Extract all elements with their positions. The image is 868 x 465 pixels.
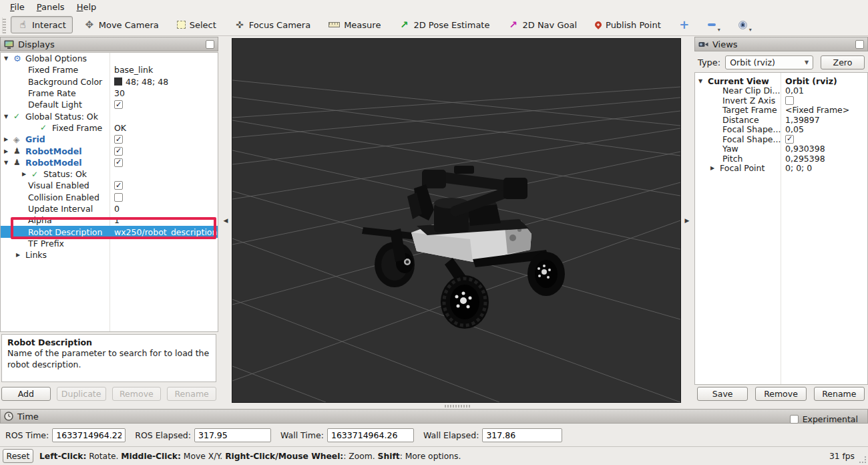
expand-arrow-icon[interactable]: ▶ bbox=[710, 165, 720, 171]
collapse-arrow-icon[interactable]: ▼ bbox=[4, 55, 13, 61]
property-value[interactable]: 0,01 bbox=[785, 86, 804, 96]
tree-row-current-view[interactable]: ▼Current ViewOrbit (rviz) bbox=[695, 76, 867, 86]
tree-row-robot-model-1[interactable]: ▶♟RobotModel bbox=[1, 145, 218, 156]
property-value[interactable]: 30 bbox=[114, 88, 125, 98]
tree-row-fixed-frame[interactable]: Fixed Framebase_link bbox=[1, 64, 218, 75]
views-panel-checkbox[interactable] bbox=[855, 40, 864, 49]
tree-row-distance[interactable]: Distance1,39897 bbox=[695, 115, 867, 125]
ros-time-input[interactable] bbox=[52, 428, 126, 442]
expand-arrow-icon[interactable]: ▶ bbox=[4, 136, 13, 142]
tree-row-status-ok[interactable]: ▶✓Status: Ok bbox=[1, 168, 218, 180]
publish-point-tool-button[interactable]: Publish Point bbox=[588, 16, 668, 33]
wall-elapsed-field: Wall Elapsed: bbox=[423, 428, 562, 442]
add-tool-button[interactable]: + bbox=[672, 16, 696, 33]
tree-row-background-color[interactable]: Background Color48; 48; 48 bbox=[1, 76, 218, 88]
property-value[interactable]: base_link bbox=[114, 65, 153, 75]
property-value[interactable]: <Fixed Frame> bbox=[785, 105, 849, 115]
arrow-magenta-icon: ↗ bbox=[507, 19, 518, 30]
property-value[interactable]: Orbit (rviz) bbox=[785, 76, 837, 86]
remove-tool-button[interactable]: ▾ bbox=[701, 16, 727, 33]
checkbox[interactable] bbox=[114, 181, 123, 190]
checkbox[interactable] bbox=[785, 135, 794, 144]
2d-pose-estimate-tool-button[interactable]: ↗2D Pose Estimate bbox=[392, 16, 496, 33]
right-panel-collapse-handle[interactable]: ▶ bbox=[682, 209, 692, 232]
add-button[interactable]: Add bbox=[1, 387, 51, 401]
tree-row-global-options[interactable]: ▼⚙Global Options bbox=[1, 53, 218, 64]
tree-row-visual-enabled[interactable]: Visual Enabled bbox=[1, 180, 218, 191]
checkbox[interactable] bbox=[114, 193, 123, 202]
save-button[interactable]: Save bbox=[697, 387, 748, 401]
property-value[interactable]: 1 bbox=[114, 215, 120, 225]
property-value[interactable]: 48; 48; 48 bbox=[126, 77, 168, 87]
3d-viewport[interactable] bbox=[232, 38, 681, 403]
menu-panels[interactable]: Panels bbox=[31, 1, 71, 13]
tree-row-invert-z-axis[interactable]: Invert Z Axis bbox=[695, 96, 867, 106]
tree-row-focal-shape-fixed[interactable]: Focal Shape... bbox=[695, 134, 867, 144]
window-resize-grip[interactable] bbox=[859, 456, 867, 464]
tree-row-pitch[interactable]: Pitch0,295398 bbox=[695, 154, 867, 164]
left-panel-collapse-handle[interactable]: ◀ bbox=[221, 209, 230, 232]
expand-arrow-icon[interactable]: ▶ bbox=[16, 252, 25, 258]
menu-help[interactable]: Help bbox=[71, 1, 103, 13]
collapse-arrow-icon[interactable]: ▼ bbox=[4, 114, 13, 120]
checkbox[interactable] bbox=[114, 147, 123, 156]
tree-row-robot-description[interactable]: Robot Descriptionwx250/robot_description bbox=[1, 226, 218, 237]
tree-row-near-clip-distance[interactable]: Near Clip Di...0,01 bbox=[695, 86, 867, 96]
rename-button[interactable]: Rename bbox=[814, 387, 865, 401]
measure-tool-button[interactable]: Measure bbox=[322, 16, 387, 33]
property-value[interactable]: 0; 0; 0 bbox=[785, 163, 812, 173]
displays-panel-checkbox[interactable] bbox=[206, 40, 214, 49]
checkbox[interactable] bbox=[114, 100, 123, 109]
tree-row-yaw[interactable]: Yaw0,930398 bbox=[695, 144, 867, 154]
view-type-dropdown[interactable]: Orbit (rviz) ▼ bbox=[725, 55, 813, 69]
2d-nav-goal-tool-button[interactable]: ↗2D Nav Goal bbox=[501, 16, 584, 33]
tree-row-default-light[interactable]: Default Light bbox=[1, 99, 218, 110]
tree-row-robot-model-2[interactable]: ▼♟RobotModel bbox=[1, 157, 218, 168]
collapse-arrow-icon[interactable]: ▼ bbox=[698, 78, 708, 84]
property-value[interactable]: 0,295398 bbox=[785, 154, 825, 164]
property-value[interactable]: 0,05 bbox=[785, 124, 804, 134]
checkbox[interactable] bbox=[114, 158, 123, 167]
toolbar-drag-handle[interactable] bbox=[2, 17, 6, 33]
tree-row-links[interactable]: ▶Links bbox=[1, 249, 218, 261]
collapse-arrow-icon[interactable]: ▼ bbox=[4, 160, 13, 166]
move-camera-tool-button[interactable]: ✥Move Camera bbox=[77, 16, 166, 33]
checkbox[interactable] bbox=[785, 96, 794, 105]
property-value[interactable]: wx250/robot_description bbox=[114, 227, 217, 237]
property-value[interactable]: 1,39897 bbox=[785, 115, 820, 125]
help-segment: : Zoom. bbox=[343, 452, 377, 461]
tree-row-collision-enabled[interactable]: Collision Enabled bbox=[1, 192, 218, 203]
property-value[interactable]: 0 bbox=[114, 204, 120, 214]
menu-file[interactable]: File bbox=[4, 1, 31, 13]
select-tool-button[interactable]: Select bbox=[170, 16, 223, 33]
interact-tool-button[interactable]: ☝Interact bbox=[11, 16, 73, 33]
tree-row-focal-point[interactable]: ▶Focal Point0; 0; 0 bbox=[695, 164, 867, 174]
tree-row-update-interval[interactable]: Update Interval0 bbox=[1, 203, 218, 214]
duplicate-button: Duplicate bbox=[57, 387, 106, 401]
property-value[interactable]: OK bbox=[114, 123, 126, 133]
tree-row-fixed-frame-status[interactable]: ✓Fixed FrameOK bbox=[1, 122, 218, 134]
focus-camera-tool-button[interactable]: ✜Focus Camera bbox=[228, 16, 317, 33]
tool-visibility-button[interactable]: ▾ bbox=[732, 16, 758, 33]
ros-elapsed-label: ROS Elapsed: bbox=[135, 430, 191, 440]
zero-button[interactable]: Zero bbox=[821, 55, 865, 69]
tree-row-alpha[interactable]: Alpha1 bbox=[1, 214, 218, 226]
expand-arrow-icon[interactable]: ▶ bbox=[4, 148, 13, 154]
tree-row-grid[interactable]: ▶◈Grid bbox=[1, 134, 218, 145]
tree-row-tf-prefix[interactable]: TF Prefix bbox=[1, 238, 218, 249]
tree-row-target-frame[interactable]: Target Frame<Fixed Frame> bbox=[695, 106, 867, 116]
expand-arrow-icon[interactable]: ▶ bbox=[22, 171, 31, 177]
checkbox[interactable] bbox=[114, 135, 123, 144]
horizontal-splitter-handle[interactable] bbox=[445, 405, 470, 408]
ros-elapsed-input[interactable] bbox=[194, 428, 271, 442]
experimental-checkbox[interactable] bbox=[790, 415, 799, 424]
tree-row-global-status[interactable]: ▼✓Global Status: Ok bbox=[1, 110, 218, 122]
tree-row-frame-rate[interactable]: Frame Rate30 bbox=[1, 88, 218, 99]
property-value[interactable]: 0,930398 bbox=[785, 144, 825, 154]
reset-button[interactable]: Reset bbox=[3, 449, 33, 463]
wall-elapsed-input[interactable] bbox=[482, 428, 562, 442]
remove-button[interactable]: Remove bbox=[755, 387, 806, 401]
wall-time-input[interactable] bbox=[327, 428, 414, 442]
tree-row-focal-shape-size[interactable]: Focal Shape...0,05 bbox=[695, 125, 867, 135]
robot-icon: ♟ bbox=[13, 147, 25, 155]
